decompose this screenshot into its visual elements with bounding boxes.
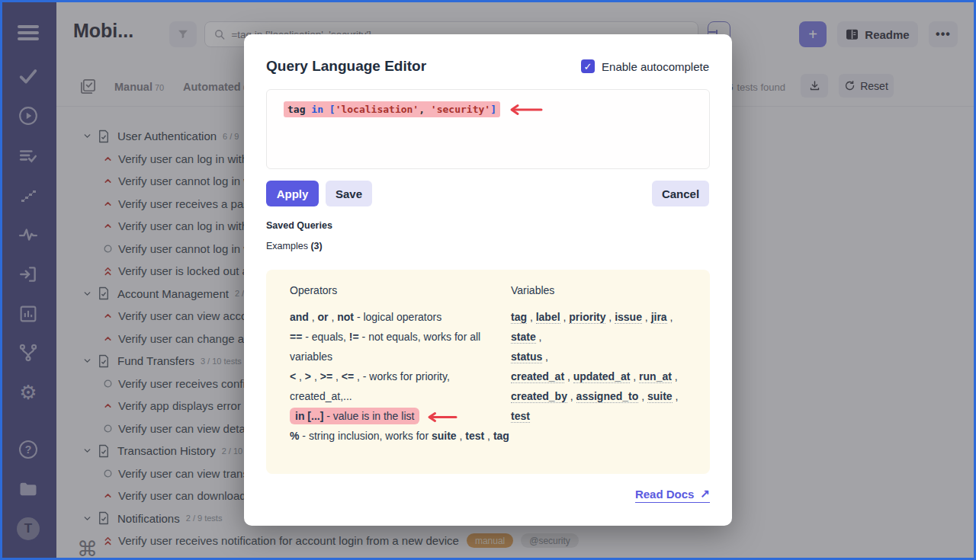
code-token: 'localisation' bbox=[336, 104, 419, 115]
variable-name: run_at bbox=[639, 370, 672, 383]
operator-name: in [...] bbox=[295, 410, 323, 422]
query-help-panel: Operators and , or , not - logical opera… bbox=[266, 270, 710, 474]
variable-name: assigned_to bbox=[576, 390, 639, 403]
help-text: , bbox=[567, 390, 576, 402]
operator-line: == - equals, != - not equals, works for … bbox=[290, 327, 511, 366]
variable-name: test bbox=[511, 410, 530, 423]
help-text: , bbox=[630, 370, 639, 382]
help-text: , bbox=[673, 390, 679, 402]
help-text: , bbox=[560, 311, 570, 323]
variable-name: jira bbox=[651, 311, 667, 324]
variable-name: tag bbox=[511, 311, 527, 324]
variable-name: created_at bbox=[511, 370, 564, 383]
code-token bbox=[323, 104, 329, 115]
operator-name: or bbox=[318, 311, 329, 323]
help-text: , bbox=[667, 311, 673, 323]
operator-name: % bbox=[290, 430, 299, 442]
help-text: , bbox=[527, 311, 536, 323]
operator-name: != bbox=[349, 331, 359, 343]
examples-count: (3) bbox=[310, 241, 322, 251]
variables-title: Variables bbox=[511, 284, 686, 296]
operator-name: > bbox=[305, 370, 311, 382]
read-docs-link[interactable]: Read Docs↗ bbox=[635, 487, 710, 503]
help-text: , bbox=[332, 370, 342, 382]
apply-button[interactable]: Apply bbox=[266, 181, 319, 206]
cancel-button[interactable]: Cancel bbox=[652, 181, 709, 206]
external-link-icon: ↗ bbox=[700, 487, 710, 501]
operator-line: % - string inclusion, works for suite , … bbox=[290, 426, 511, 446]
operator-line: in [...] - value is in the list bbox=[290, 406, 511, 426]
query-code-line: tag in ['localisation', 'security'] bbox=[284, 101, 692, 117]
query-highlighted-code: tag in ['localisation', 'security'] bbox=[284, 101, 500, 117]
code-token: 'security' bbox=[431, 104, 490, 115]
variable-name: created_by bbox=[511, 390, 567, 403]
variable-line: tag , label , priority , issue , jira , … bbox=[511, 307, 686, 347]
variable-line: created_at , updated_at , run_at , bbox=[511, 366, 686, 386]
operator-name: not bbox=[337, 311, 354, 323]
help-text: , bbox=[484, 430, 493, 442]
variable-name: priority bbox=[569, 311, 605, 324]
variable-line: created_by , assigned_to , suite , test bbox=[511, 386, 686, 426]
variable-line: status , bbox=[511, 347, 686, 366]
operator-name: and bbox=[290, 311, 309, 323]
help-text: - logical operators bbox=[354, 311, 441, 323]
operator-name: tag bbox=[493, 430, 509, 442]
operator-line: and , or , not - logical operators bbox=[290, 307, 511, 327]
autocomplete-label: Enable autocomplete bbox=[602, 60, 709, 73]
examples-section[interactable]: Examples (3) bbox=[266, 241, 323, 251]
left-arrow-annotation-icon bbox=[425, 411, 458, 423]
help-text: - equals, bbox=[302, 331, 348, 343]
variables-column: Variables tag , label , priority , issue… bbox=[511, 284, 686, 459]
help-text: , bbox=[642, 311, 651, 323]
query-language-editor-modal: Query Language Editor ✓ Enable autocompl… bbox=[244, 34, 732, 526]
variable-name: label bbox=[536, 311, 560, 324]
help-text: , bbox=[536, 331, 542, 343]
variable-name: state bbox=[511, 331, 536, 344]
operator-name: == bbox=[290, 331, 302, 343]
code-token: , bbox=[419, 104, 431, 115]
autocomplete-checkbox[interactable]: ✓ bbox=[581, 59, 595, 73]
help-text: , bbox=[605, 311, 615, 323]
modal-title: Query Language Editor bbox=[266, 58, 426, 75]
code-token: ] bbox=[490, 104, 496, 115]
operator-name: suite bbox=[432, 430, 457, 442]
help-text: - value is in the list bbox=[323, 410, 414, 422]
help-text: , bbox=[329, 311, 338, 323]
variable-name: updated_at bbox=[573, 370, 631, 383]
operator-name: <= bbox=[342, 370, 354, 382]
operators-title: Operators bbox=[290, 284, 511, 296]
variable-name: status bbox=[511, 350, 542, 363]
save-button[interactable]: Save bbox=[326, 181, 372, 206]
help-text: , bbox=[564, 370, 573, 382]
help-text: , bbox=[309, 311, 318, 323]
help-text: , bbox=[296, 370, 305, 382]
help-text: , bbox=[311, 370, 320, 382]
saved-queries-section[interactable]: Saved Queries bbox=[266, 220, 332, 231]
query-editor[interactable]: tag in ['localisation', 'security'] bbox=[266, 89, 710, 169]
code-token: [ bbox=[329, 104, 336, 115]
variable-name: issue bbox=[615, 311, 642, 324]
help-text: , bbox=[638, 390, 647, 402]
code-token: in bbox=[311, 104, 323, 115]
operator-name: >= bbox=[320, 370, 332, 382]
variable-name: suite bbox=[647, 390, 673, 403]
modal-button-row: Apply Save Cancel bbox=[266, 181, 709, 206]
help-text: , bbox=[457, 430, 466, 442]
enable-autocomplete-toggle[interactable]: ✓ Enable autocomplete bbox=[581, 59, 709, 73]
operator-line: < , > , >= , <= , - works for priority, … bbox=[290, 366, 511, 406]
operators-column: Operators and , or , not - logical opera… bbox=[290, 284, 511, 459]
help-text: , bbox=[672, 370, 678, 382]
operator-name: test bbox=[465, 430, 484, 442]
operator-name: < bbox=[290, 370, 296, 382]
code-token: tag bbox=[287, 104, 305, 115]
help-text: , bbox=[542, 350, 548, 363]
left-arrow-annotation-icon bbox=[508, 104, 543, 116]
help-text: - string inclusion, works for bbox=[299, 430, 432, 442]
highlighted-operator: in [...] - value is in the list bbox=[290, 408, 419, 424]
